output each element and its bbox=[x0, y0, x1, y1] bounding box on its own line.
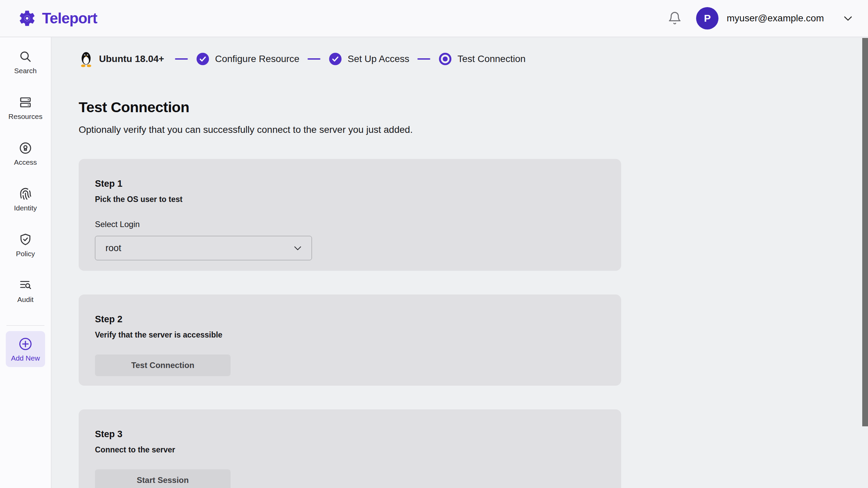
servers-icon bbox=[18, 95, 33, 109]
app-window: Teleport P myuser@example.com bbox=[0, 0, 868, 488]
sidebar-item-resources[interactable]: Resources bbox=[2, 95, 48, 121]
brand-name: Teleport bbox=[42, 10, 97, 27]
step-label: Set Up Access bbox=[348, 54, 409, 64]
step2-title: Step 2 bbox=[95, 314, 605, 325]
chevron-down-icon bbox=[842, 13, 854, 24]
sidebar-item-label: Audit bbox=[17, 296, 34, 304]
sidebar-item-identity[interactable]: Identity bbox=[2, 187, 48, 212]
os-label: Ubuntu 18.04+ bbox=[99, 54, 164, 64]
user-email: myuser@example.com bbox=[727, 13, 824, 24]
select-login-label: Select Login bbox=[95, 220, 605, 229]
test-connection-button[interactable]: Test Connection bbox=[95, 354, 231, 376]
page-title: Test Connection bbox=[79, 99, 868, 116]
sidebar-item-label: Identity bbox=[14, 204, 37, 212]
search-icon bbox=[18, 49, 33, 64]
step-test-connection[interactable]: Test Connection bbox=[438, 52, 526, 66]
step-separator bbox=[417, 58, 430, 60]
sidebar-nav: Search Resources Access bbox=[0, 37, 52, 488]
step-label: Configure Resource bbox=[215, 54, 299, 64]
teleport-logo[interactable]: Teleport bbox=[18, 9, 97, 28]
step3-title: Step 3 bbox=[95, 429, 605, 440]
sidebar-item-label: Resources bbox=[8, 113, 42, 121]
setup-stepper: Ubuntu 18.04+ Configure Resource Set bbox=[79, 48, 868, 70]
step3-subtitle: Connect to the server bbox=[95, 445, 605, 454]
sidebar-item-policy[interactable]: Policy bbox=[2, 232, 48, 258]
keyhole-circle-icon bbox=[18, 141, 33, 155]
user-menu[interactable]: P myuser@example.com bbox=[696, 7, 854, 29]
plus-circle-icon bbox=[18, 337, 33, 351]
fingerprint-icon bbox=[18, 187, 33, 201]
login-select-value: root bbox=[105, 243, 121, 253]
sidebar-item-search[interactable]: Search bbox=[2, 49, 48, 75]
sidebar-item-label: Add New bbox=[11, 354, 40, 362]
top-right-group: P myuser@example.com bbox=[668, 7, 854, 29]
linux-tux-icon bbox=[79, 50, 94, 68]
step-separator bbox=[308, 58, 320, 60]
vertical-scrollbar[interactable] bbox=[862, 38, 868, 426]
login-select[interactable]: root bbox=[95, 236, 312, 260]
sidebar-item-access[interactable]: Access bbox=[2, 141, 48, 166]
sidebar-item-label: Policy bbox=[16, 250, 35, 258]
sidebar-item-label: Search bbox=[14, 67, 37, 75]
top-bar: Teleport P myuser@example.com bbox=[0, 0, 868, 37]
gear-logo-icon bbox=[18, 9, 37, 28]
step-configure-resource[interactable]: Configure Resource bbox=[196, 52, 299, 66]
step-label: Test Connection bbox=[457, 54, 526, 64]
step-separator bbox=[175, 58, 188, 60]
avatar: P bbox=[696, 7, 718, 29]
step3-card: Step 3 Connect to the server Start Sessi… bbox=[79, 409, 621, 488]
step1-title: Step 1 bbox=[95, 179, 605, 189]
sidebar-divider bbox=[6, 325, 44, 326]
list-search-icon bbox=[18, 278, 33, 292]
step2-subtitle: Verify that the server is accessible bbox=[95, 330, 605, 340]
start-session-button[interactable]: Start Session bbox=[95, 469, 231, 488]
page-subtitle: Optionally verify that you can successfu… bbox=[79, 124, 868, 135]
step2-card: Step 2 Verify that the server is accessi… bbox=[79, 294, 621, 386]
step1-card: Step 1 Pick the OS user to test Select L… bbox=[79, 159, 621, 271]
sidebar-item-audit[interactable]: Audit bbox=[2, 278, 48, 304]
chevron-down-icon bbox=[293, 243, 303, 253]
shield-check-icon bbox=[18, 232, 33, 247]
notifications-bell-icon[interactable] bbox=[668, 11, 683, 26]
sidebar-item-label: Access bbox=[14, 158, 37, 166]
step-done-icon bbox=[196, 52, 210, 66]
step-active-icon bbox=[438, 52, 452, 66]
step-done-icon bbox=[329, 52, 342, 66]
step-set-up-access[interactable]: Set Up Access bbox=[329, 52, 409, 66]
sidebar-item-add-new[interactable]: Add New bbox=[6, 331, 45, 367]
main-content: Ubuntu 18.04+ Configure Resource Set bbox=[52, 37, 868, 488]
step1-subtitle: Pick the OS user to test bbox=[95, 195, 605, 204]
